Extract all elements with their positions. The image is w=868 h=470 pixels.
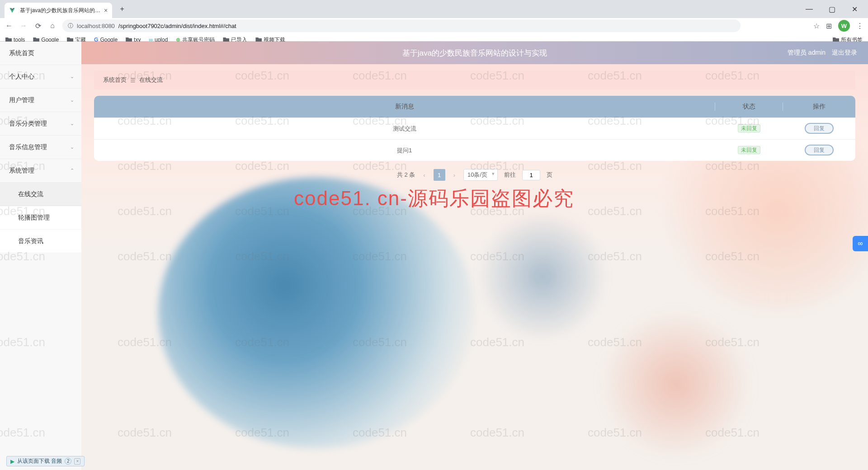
page-number[interactable]: 1 — [434, 169, 445, 181]
cell-message: 测试交流 — [94, 125, 715, 133]
breadcrumb-home[interactable]: 系统首页 — [103, 76, 127, 84]
status-badge: 未回复 — [738, 146, 760, 154]
table-header: 新消息 状态 操作 — [94, 96, 855, 118]
cell-action: 回复 — [783, 125, 855, 132]
forward-icon[interactable]: → — [19, 22, 28, 30]
status-text: 从该页面下载 音频 — [17, 457, 62, 465]
data-table: 新消息 状态 操作 测试交流 未回复 回复 提问1 未回复 回复 — [94, 96, 855, 161]
url-path: /springboot7902c/admin/dist/index.html#/… — [118, 23, 236, 29]
sidebar-item-home[interactable]: 系统首页 — [0, 42, 81, 65]
minimize-button[interactable]: — — [799, 2, 819, 16]
goto-page-input[interactable] — [522, 170, 540, 180]
page-title: 基于java的少数民族音乐网站的设计与实现 — [402, 48, 547, 58]
link-icon: ∞ — [858, 240, 863, 248]
sidebar-item-system[interactable]: 系统管理⌃ — [0, 159, 81, 183]
pagination-total: 共 2 条 — [397, 171, 415, 179]
reply-button[interactable]: 回复 — [805, 145, 834, 155]
sidebar-item-news[interactable]: 音乐资讯 — [0, 230, 81, 253]
site-info-icon[interactable]: ⓘ — [68, 22, 73, 30]
chevron-down-icon: ⌄ — [70, 74, 74, 80]
table-row: 提问1 未回复 回复 — [94, 139, 855, 161]
sidebar-item-music-category[interactable]: 音乐分类管理⌄ — [0, 112, 81, 136]
helper-widget[interactable]: ∞ — [853, 236, 868, 251]
vue-icon — [9, 7, 16, 14]
reload-icon[interactable]: ⟳ — [33, 22, 42, 30]
download-status[interactable]: ▶ 从该页面下载 音频 2 × — [6, 456, 85, 466]
window-controls: — ▢ ✕ — [799, 2, 868, 16]
tab-title: 基于java的少数民族音乐网站的… — [20, 7, 100, 14]
tab-bar: 基于java的少数民族音乐网站的… × + — ▢ ✕ — [0, 0, 868, 18]
sidebar-item-carousel[interactable]: 轮播图管理 — [0, 206, 81, 230]
next-page-button[interactable]: › — [452, 172, 457, 179]
goto-label: 前往 — [504, 171, 516, 179]
back-icon[interactable]: ← — [5, 22, 14, 30]
close-window-button[interactable]: ✕ — [844, 2, 864, 16]
pagination: 共 2 条 ‹ 1 › 10条/页 前往 页 — [81, 169, 868, 181]
col-header-status[interactable]: 状态 — [715, 103, 783, 111]
menu-icon[interactable]: ⋮ — [856, 22, 863, 30]
sidebar-item-profile[interactable]: 个人中心⌄ — [0, 65, 81, 89]
col-header-message[interactable]: 新消息 — [94, 103, 715, 111]
col-header-action: 操作 — [783, 103, 855, 111]
close-icon[interactable]: × — [104, 7, 108, 14]
breadcrumb-separator: ☰ — [130, 77, 136, 84]
logout-button[interactable]: 退出登录 — [832, 49, 857, 57]
sidebar-item-music-info[interactable]: 音乐信息管理⌄ — [0, 136, 81, 159]
sidebar-item-users[interactable]: 用户管理⌄ — [0, 89, 81, 112]
reply-button[interactable]: 回复 — [805, 123, 834, 134]
sidebar-item-chat[interactable]: 在线交流 — [0, 183, 81, 206]
status-badge: 未回复 — [738, 124, 760, 132]
sidebar: 系统首页 个人中心⌄ 用户管理⌄ 音乐分类管理⌄ 音乐信息管理⌄ 系统管理⌃ 在… — [0, 42, 81, 470]
home-icon[interactable]: ⌂ — [48, 22, 57, 30]
chevron-up-icon: ⌃ — [70, 168, 74, 174]
page-size-select[interactable]: 10条/页 — [463, 169, 498, 181]
extensions-icon[interactable]: ⊞ — [826, 22, 832, 30]
breadcrumb: 系统首页 ☰ 在线交流 — [94, 70, 855, 89]
browser-chrome: 基于java的少数民族音乐网站的… × + — ▢ ✕ ← → ⟳ ⌂ ⓘ lo… — [0, 0, 868, 42]
cell-status: 未回复 — [715, 125, 783, 132]
prev-page-button[interactable]: ‹ — [421, 172, 427, 179]
breadcrumb-current: 在线交流 — [139, 76, 163, 84]
goto-suffix: 页 — [547, 171, 552, 179]
status-count: 2 — [65, 458, 71, 465]
star-icon[interactable]: ☆ — [813, 22, 820, 30]
chevron-down-icon: ⌄ — [70, 121, 74, 127]
user-role[interactable]: 管理员 admin — [788, 49, 826, 57]
cell-action: 回复 — [783, 146, 855, 154]
avatar[interactable]: W — [838, 20, 850, 32]
close-icon[interactable]: × — [74, 458, 80, 465]
url-host: localhost:8080 — [77, 23, 115, 29]
cell-status: 未回复 — [715, 146, 783, 154]
maximize-button[interactable]: ▢ — [822, 2, 842, 16]
table-row: 测试交流 未回复 回复 — [94, 118, 855, 139]
new-tab-button[interactable]: + — [116, 3, 128, 15]
chevron-down-icon: ⌄ — [70, 144, 74, 150]
address-bar: ← → ⟳ ⌂ ⓘ localhost:8080/springboot7902c… — [0, 18, 868, 33]
play-icon: ▶ — [10, 458, 14, 465]
cell-message: 提问1 — [94, 146, 715, 155]
chevron-down-icon: ⌄ — [70, 97, 74, 103]
url-input[interactable]: ⓘ localhost:8080/springboot7902c/admin/d… — [62, 19, 741, 32]
main-content: 基于java的少数民族音乐网站的设计与实现 管理员 admin 退出登录 系统首… — [81, 42, 868, 470]
browser-tab[interactable]: 基于java的少数民族音乐网站的… × — [5, 3, 112, 18]
app-header: 基于java的少数民族音乐网站的设计与实现 管理员 admin 退出登录 — [81, 42, 868, 64]
